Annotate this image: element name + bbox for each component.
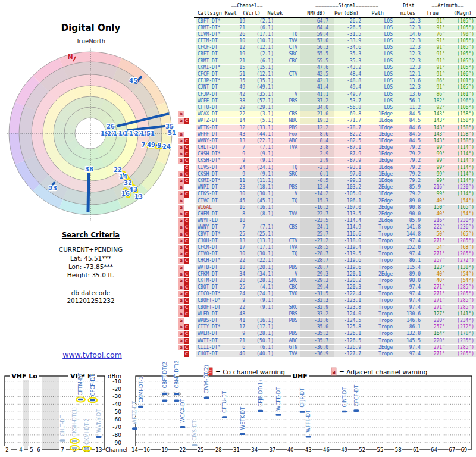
azimuth-magnetic: (105°)	[457, 18, 474, 25]
real-channel: 9	[242, 158, 245, 164]
cochannel-warning-badge: C	[184, 158, 189, 164]
azimuth-magnetic: (68°)	[460, 245, 474, 251]
real-channel: 9	[242, 151, 245, 158]
real-channel: 43	[239, 132, 245, 138]
virtual-channel: (4.1)	[259, 284, 274, 291]
azimuth-magnetic: (114°)	[457, 178, 474, 184]
callsign: CKMI-DT*	[198, 65, 221, 71]
station-label: WETK-DT	[240, 406, 246, 430]
table-row: aWFFF-DT43(44.1)Fox8.6-82.21Edge84.5143°…	[196, 132, 476, 138]
adjacent-warning-badge: a	[178, 132, 184, 137]
callsign: WCFE-DT	[198, 98, 218, 105]
azimuth-magnetic: (101°)	[457, 92, 474, 98]
table-column-header: miles	[400, 10, 415, 16]
adjacent-warning-badge: a	[178, 205, 184, 211]
path: 1Edge	[378, 171, 393, 178]
network: CBC	[289, 58, 298, 65]
virtual-channel: (24.1)	[256, 165, 274, 171]
real-channel: 29	[239, 105, 245, 111]
network: CTV	[289, 238, 298, 245]
miles: 90.0	[409, 278, 421, 284]
miles: 79.2	[409, 145, 421, 151]
station-label: WCAX-DT	[180, 399, 186, 423]
virtual-channel: (25.1)	[256, 231, 274, 238]
real-channel: 19	[239, 18, 245, 25]
table-row: CFJP-DT42(35.1)V41.1-49.7LOS13.686°(101°…	[196, 92, 476, 98]
table-row: aCCIII-DT*6(6.1)GTN-36.0-126.92Edge97.42…	[196, 345, 476, 351]
cochannel-warning-badge: C	[184, 245, 189, 251]
channel-tick-label: 40	[287, 447, 294, 453]
station-marker	[342, 411, 347, 413]
nm-db: -36.9	[314, 351, 328, 358]
radar-channel-label: 13	[134, 193, 143, 200]
azimuth-magnetic: (285°)	[457, 351, 474, 358]
nm-db: -29.4	[314, 284, 328, 291]
table-row: aCWNYF-LD18-23.5-114.42Edge85.9216°(230°…	[196, 218, 476, 224]
channel-tick-label: 49	[341, 447, 347, 453]
miles: 84.6	[409, 125, 421, 132]
network: PBS	[289, 125, 298, 132]
azimuth-magnetic: (272°)	[457, 324, 474, 331]
radar-channel-label: 45	[129, 77, 137, 84]
callsign: WFFF-DT	[198, 132, 218, 138]
nm-db: -25.7	[314, 231, 328, 238]
pwr-dbm: -97.0	[347, 171, 361, 178]
miles: 97.4	[409, 305, 421, 311]
unused-spectrum-band	[23, 377, 29, 449]
nm-column-shade	[300, 158, 334, 164]
callsign: CFKS-DT	[198, 191, 218, 198]
channel-tick-label: 61	[413, 447, 419, 453]
channel-tick-label: 19	[161, 447, 168, 453]
real-channel: 32	[239, 125, 245, 132]
azimuth-magnetic: (165°)	[457, 205, 474, 211]
pwr-dbm: -119.6	[344, 265, 361, 271]
datecode-value: 201201251232	[0, 297, 181, 304]
adjacent-legend-letter: a	[332, 369, 336, 375]
adjacent-warning-badge: a	[178, 224, 184, 230]
nm-db: -16.2	[314, 205, 328, 211]
station-label: CJNT-DT	[342, 387, 347, 408]
table-column-header: Path	[372, 10, 384, 16]
pwr-dbm: -113.5	[344, 211, 361, 218]
path: 2Edge	[378, 184, 393, 191]
virtual-channel: (9.1)	[259, 158, 274, 164]
path: LOS	[384, 51, 393, 58]
nm-db: -28.7	[314, 265, 328, 271]
callsign: CFJP-DT	[198, 92, 218, 98]
north-label: N	[67, 53, 73, 61]
table-row: CFCF-DT51(12.1)CTV42.5-48.4LOS12.191°(10…	[196, 71, 476, 78]
network: TVA	[289, 211, 298, 218]
table-row: aCIVC-DT45(45.1)TQ-15.3-106.12Edge89.040…	[196, 198, 476, 205]
cochannel-warning-badge: C	[184, 165, 189, 171]
nm-db: -22.7	[314, 211, 328, 218]
station-marker	[84, 447, 89, 450]
path: 1Edge	[378, 178, 393, 184]
azimuth-magnetic: (158°)	[457, 118, 474, 124]
dbm-tick-label: -90	[112, 440, 121, 446]
adjacent-warning-badge: a	[178, 184, 184, 190]
station-marker	[240, 433, 245, 435]
pwr-dbm: -107.0	[344, 205, 361, 211]
tvfool-link[interactable]: www.tvfool.com	[33, 350, 152, 359]
callsign: CBOFT-DT	[198, 305, 221, 311]
channel-tick-label: 6	[37, 447, 40, 453]
miles: 115.4	[406, 265, 421, 271]
miles: 146.6	[406, 318, 421, 324]
virtual-channel: (49.1)	[256, 84, 274, 91]
path: LOS	[384, 65, 393, 71]
pwr-dbm: -71.7	[347, 118, 361, 124]
station-marker	[258, 410, 263, 412]
virtual-channel: (40.1)	[256, 351, 274, 358]
path: Tropo	[378, 291, 393, 298]
radar-channel-label: 38	[85, 166, 93, 173]
radar-channel-label: 32	[124, 180, 132, 186]
miles: 97.4	[409, 251, 421, 258]
miles: 79.2	[409, 178, 421, 184]
callsign: CBOFT-D*	[198, 298, 221, 304]
real-channel: 21	[239, 58, 245, 65]
miles: 84.5	[409, 132, 421, 138]
path: LOS	[384, 38, 393, 45]
azimuth-magnetic: (54°)	[460, 278, 474, 284]
table-column-header: Netwk	[267, 10, 283, 16]
path: LOS	[384, 71, 393, 78]
